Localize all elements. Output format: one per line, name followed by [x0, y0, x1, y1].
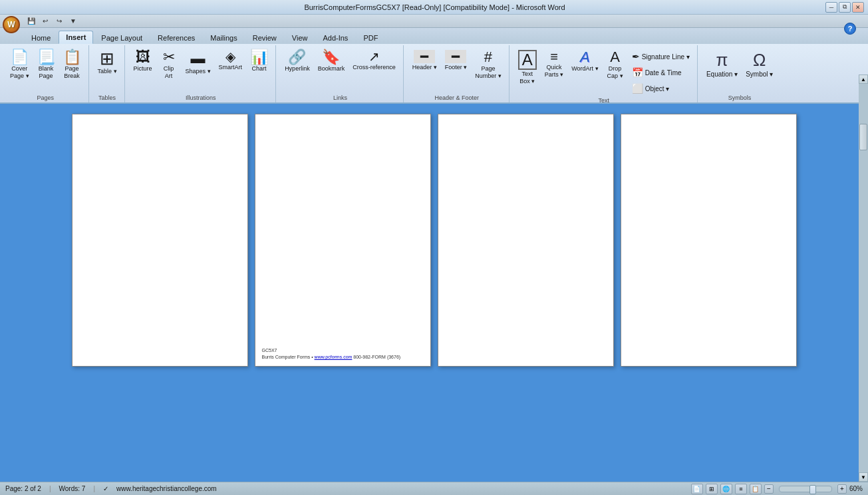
chart-button[interactable]: 📊 Chart — [247, 48, 271, 75]
redo-quick-icon[interactable]: ↪ — [53, 16, 65, 27]
status-separator2: | — [93, 485, 95, 492]
bookmark-button[interactable]: 🔖 Bookmark — [315, 48, 349, 75]
outline-view-button[interactable]: ≡ — [735, 484, 747, 494]
hyperlink-button[interactable]: 🔗 Hyperlink — [281, 48, 313, 75]
picture-button[interactable]: 🖼 Picture — [130, 48, 156, 75]
object-label: Object ▾ — [645, 85, 670, 92]
print-view-button[interactable]: 📄 — [691, 484, 703, 494]
equation-label: Equation ▾ — [706, 71, 738, 78]
tab-references[interactable]: References — [150, 31, 202, 44]
zoom-slider[interactable] — [779, 486, 832, 492]
shapes-label: Shapes ▾ — [186, 68, 211, 75]
office-button[interactable]: W — [3, 16, 20, 33]
zoom-in-button[interactable]: + — [837, 484, 847, 494]
text-box-button[interactable]: A TextBox ▾ — [515, 48, 540, 87]
header-icon: ━ — [414, 50, 435, 63]
document-area: GC5X7 Burris Computer Forms • www.pcform… — [0, 104, 868, 483]
tab-insert[interactable]: Insert — [59, 31, 93, 44]
scroll-track — [859, 84, 868, 472]
tab-view[interactable]: View — [285, 31, 315, 44]
page-2-footer: GC5X7 Burris Computer Forms • www.pcform… — [262, 347, 401, 361]
object-icon: ⬜ — [632, 83, 643, 94]
table-label: Table ▾ — [98, 68, 117, 75]
equation-icon: π — [716, 50, 728, 71]
cover-page-icon: 📄 — [11, 50, 29, 65]
links-group-items: 🔗 Hyperlink 🔖 Bookmark ↗ Cross-reference — [281, 47, 399, 93]
pages-group-items: 📄 CoverPage ▾ 📃 BlankPage 📋 PageBreak — [7, 47, 84, 93]
draft-view-button[interactable]: 📋 — [750, 484, 762, 494]
help-icon: ? — [848, 25, 853, 33]
help-button[interactable]: ? — [844, 23, 856, 35]
illustrations-group-items: 🖼 Picture ✂ ClipArt ▬ Shapes ▾ ◈ SmartAr… — [130, 47, 272, 93]
tab-review[interactable]: Review — [245, 31, 284, 44]
tab-pdf[interactable]: PDF — [356, 31, 385, 44]
cross-reference-icon: ↗ — [368, 50, 380, 63]
cross-reference-button[interactable]: ↗ Cross-reference — [349, 48, 399, 73]
symbol-label: Symbol ▾ — [746, 71, 773, 78]
page-2-footer-line2: Burris Computer Forms • www.pcforms.com … — [262, 354, 401, 361]
ribbon-content: 📄 CoverPage ▾ 📃 BlankPage 📋 PageBreak Pa… — [0, 44, 868, 102]
scroll-down-button[interactable]: ▼ — [859, 472, 868, 482]
text-group-items: A TextBox ▾ ≡ QuickParts ▾ A WordArt ▾ A… — [515, 47, 693, 96]
page-number-icon: # — [484, 50, 492, 65]
clip-art-button[interactable]: ✂ ClipArt — [157, 48, 181, 82]
minimize-button[interactable]: ─ — [825, 2, 837, 13]
tab-add-ins[interactable]: Add-Ins — [315, 31, 355, 44]
page-break-button[interactable]: 📋 PageBreak — [60, 48, 84, 82]
footer-button[interactable]: ━ Footer ▾ — [442, 48, 471, 73]
tables-group-label: Tables — [94, 93, 120, 102]
scroll-up-button[interactable]: ▲ — [859, 75, 868, 84]
symbol-button[interactable]: Ω Symbol ▾ — [742, 48, 776, 80]
table-icon: ⊞ — [100, 50, 114, 67]
page-1 — [72, 114, 248, 367]
smartart-label: SmartArt — [219, 64, 243, 71]
table-button[interactable]: ⊞ Table ▾ — [94, 48, 120, 77]
header-footer-group: ━ Header ▾ ━ Footer ▾ # PageNumber ▾ Hea… — [405, 45, 509, 102]
fullscreen-view-button[interactable]: ⊞ — [706, 484, 718, 494]
illustrations-group-label: Illustrations — [130, 93, 272, 102]
text-box-icon: A — [518, 50, 537, 70]
zoom-slider-thumb[interactable] — [809, 485, 816, 494]
undo-quick-icon[interactable]: ↩ — [39, 16, 51, 27]
spellcheck-icon: ✓ — [103, 485, 108, 492]
picture-label: Picture — [134, 65, 152, 73]
wordart-button[interactable]: A WordArt ▾ — [568, 48, 601, 75]
date-time-button[interactable]: 📅 Date & Time — [629, 65, 693, 80]
page-2: GC5X7 Burris Computer Forms • www.pcform… — [255, 114, 431, 367]
picture-icon: 🖼 — [136, 50, 150, 65]
shapes-button[interactable]: ▬ Shapes ▾ — [182, 48, 214, 77]
web-view-button[interactable]: 🌐 — [720, 484, 732, 494]
blank-page-button[interactable]: 📃 BlankPage — [34, 48, 59, 82]
object-button[interactable]: ⬜ Object ▾ — [629, 81, 693, 96]
vertical-scrollbar[interactable]: ▲ ▼ — [859, 75, 868, 482]
window-controls[interactable]: ─ ⧉ ✕ — [825, 2, 864, 13]
cover-page-button[interactable]: 📄 CoverPage ▾ — [7, 48, 33, 82]
tab-mailings[interactable]: Mailings — [203, 31, 244, 44]
signature-line-label: Signature Line ▾ — [642, 53, 690, 61]
restore-button[interactable]: ⧉ — [839, 2, 851, 13]
quick-parts-label: QuickParts ▾ — [545, 64, 564, 79]
signature-line-button[interactable]: ✒ Signature Line ▾ — [629, 49, 693, 64]
window-title: BurrisComputerFormsGC5X7 [Read-Only] [Co… — [44, 3, 825, 11]
quick-access-toolbar: W 💾 ↩ ↪ ▼ — [0, 15, 868, 28]
zoom-out-button[interactable]: − — [764, 484, 774, 494]
page-break-label: PageBreak — [64, 65, 80, 80]
save-quick-icon[interactable]: 💾 — [25, 16, 37, 27]
equation-button[interactable]: π Equation ▾ — [703, 48, 741, 80]
clip-art-icon: ✂ — [163, 50, 175, 65]
tables-group-items: ⊞ Table ▾ — [94, 47, 120, 93]
smartart-button[interactable]: ◈ SmartArt — [216, 48, 246, 73]
page-indicator: Page: 2 of 2 — [5, 485, 41, 492]
tab-page-layout[interactable]: Page Layout — [94, 31, 150, 44]
quick-parts-button[interactable]: ≡ QuickParts ▾ — [541, 48, 567, 81]
illustrations-group: 🖼 Picture ✂ ClipArt ▬ Shapes ▾ ◈ SmartAr… — [126, 45, 277, 102]
page-number-button[interactable]: # PageNumber ▾ — [472, 48, 505, 82]
header-button[interactable]: ━ Header ▾ — [409, 48, 440, 73]
blank-page-label: BlankPage — [39, 65, 54, 80]
ribbon: Home Insert Page Layout References Maili… — [0, 28, 868, 104]
close-button[interactable]: ✕ — [852, 2, 864, 13]
quick-access-dropdown[interactable]: ▼ — [67, 16, 79, 27]
scroll-thumb[interactable] — [859, 124, 867, 150]
drop-cap-button[interactable]: A DropCap ▾ — [603, 48, 627, 82]
tab-home[interactable]: Home — [24, 31, 58, 44]
